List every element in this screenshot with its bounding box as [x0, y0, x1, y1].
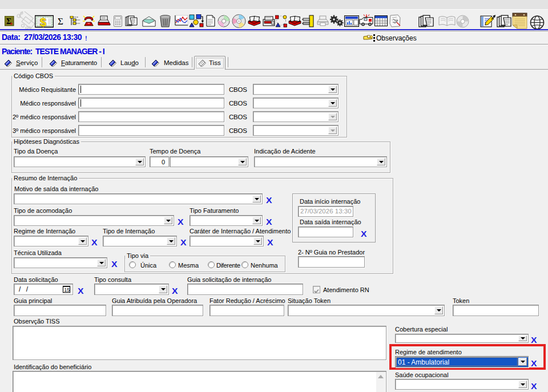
svg-text:+: +: [10, 21, 13, 26]
svg-text:Σ: Σ: [58, 16, 63, 26]
svg-text:15: 15: [64, 287, 70, 293]
svg-text:$: $: [40, 16, 46, 29]
